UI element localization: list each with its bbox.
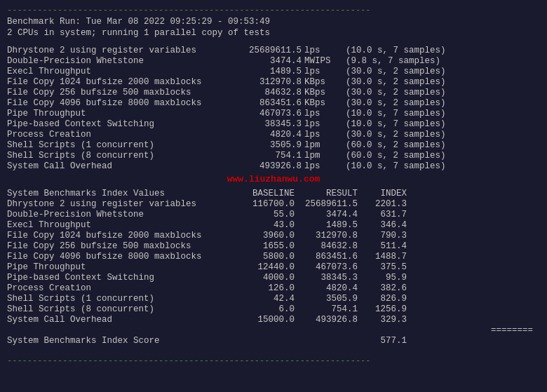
bench-row: File Copy 256 bufsize 500 maxblocks84632… [7, 88, 540, 97]
bench-row-note: (60.0 s, 2 samples) [346, 151, 446, 161]
index-row-index: 1488.7 [358, 252, 407, 262]
bench-row-value: 493926.8 [231, 161, 302, 171]
index-row-baseline: 3960.0 [231, 231, 295, 241]
index-row-baseline: 4000.0 [231, 273, 295, 283]
bench-row-value: 84632.8 [231, 88, 302, 97]
bench-row-note: (9.8 s, 7 samples) [346, 56, 440, 66]
index-data-row: System Call Overhead15000.0493926.8329.3 [7, 315, 540, 325]
index-row-result: 84632.8 [295, 241, 358, 251]
bench-row-note: (10.0 s, 7 samples) [346, 161, 446, 171]
index-row-baseline: 126.0 [231, 283, 295, 293]
bench-row: Shell Scripts (8 concurrent)754.1lpm (60… [7, 151, 540, 161]
index-data-row: Shell Scripts (1 concurrent)42.43505.982… [7, 294, 540, 304]
bench-row-label: Process Creation [7, 130, 231, 140]
benchmark-rows: Dhrystone 2 using register variables2568… [7, 46, 540, 171]
index-data-rows: Dhrystone 2 using register variables1167… [7, 199, 540, 325]
bench-row: Dhrystone 2 using register variables2568… [7, 46, 540, 55]
bench-row-unit: lpm [304, 151, 343, 161]
bench-row-label: Pipe-based Context Switching [7, 119, 231, 129]
bench-row-unit: KBps [304, 98, 343, 108]
index-row-index: 329.3 [358, 315, 407, 325]
index-row-result: 3505.9 [295, 294, 358, 304]
index-data-row: Execl Throughput43.01489.5346.4 [7, 220, 540, 230]
index-row-index: 511.4 [358, 241, 407, 251]
bench-row-value: 754.1 [231, 151, 302, 161]
bench-row-label: System Call Overhead [7, 161, 231, 171]
bench-row: Execl Throughput1489.5lps (30.0 s, 2 sam… [7, 67, 540, 76]
index-row-label: Execl Throughput [7, 220, 231, 230]
bench-row-unit: lps [304, 119, 343, 129]
bench-row-unit: lpm [304, 140, 343, 150]
index-row-baseline: 5800.0 [231, 252, 295, 262]
bench-row-value: 4820.4 [231, 130, 302, 140]
bench-row-unit: KBps [304, 88, 343, 97]
bench-row: Pipe Throughput467073.6lps (10.0 s, 7 sa… [7, 109, 540, 119]
bench-row-unit: KBps [304, 77, 343, 87]
score-label: System Benchmarks Index Score [7, 336, 231, 346]
bench-row-note: (60.0 s, 2 samples) [346, 140, 446, 150]
index-data-row: File Copy 1024 bufsize 2000 maxblocks396… [7, 231, 540, 241]
index-row-index: 826.9 [358, 294, 407, 304]
index-data-row: File Copy 256 bufsize 500 maxblocks1655.… [7, 241, 540, 251]
bench-row-value: 3505.9 [231, 140, 302, 150]
bench-row-value: 467073.6 [231, 109, 302, 119]
bench-row: Pipe-based Context Switching38345.3lps (… [7, 119, 540, 129]
index-row-baseline: 12440.0 [231, 262, 295, 272]
bench-row-note: (30.0 s, 2 samples) [346, 77, 446, 87]
bench-row-note: (10.0 s, 7 samples) [346, 119, 446, 129]
index-data-row: Pipe Throughput12440.0467073.6375.5 [7, 262, 540, 272]
bench-row: Process Creation4820.4lps (30.0 s, 2 sam… [7, 130, 540, 140]
header-line-1: Benchmark Run: Tue Mar 08 2022 09:25:29 … [7, 17, 540, 27]
index-row-label: Process Creation [7, 283, 231, 293]
index-data-row: Pipe-based Context Switching4000.038345.… [7, 273, 540, 283]
index-row-label: File Copy 256 bufsize 500 maxblocks [7, 241, 231, 251]
divider-bottom: ----------------------------------------… [7, 356, 540, 366]
bench-row: System Call Overhead493926.8lps (10.0 s,… [7, 161, 540, 171]
bench-row-label: File Copy 256 bufsize 500 maxblocks [7, 88, 231, 97]
index-row-result: 1489.5 [295, 220, 358, 230]
index-row-result: 863451.6 [295, 252, 358, 262]
index-row-result: 754.1 [295, 304, 358, 314]
index-row-result: 38345.3 [295, 273, 358, 283]
bench-row-note: (10.0 s, 7 samples) [346, 109, 446, 119]
index-row-result: 312970.8 [295, 231, 358, 241]
bench-row-note: (10.0 s, 7 samples) [346, 46, 446, 55]
index-row-label: Shell Scripts (1 concurrent) [7, 294, 231, 304]
bench-row-value: 312970.8 [231, 77, 302, 87]
bench-row-value: 38345.3 [231, 119, 302, 129]
score-blank2 [295, 336, 358, 346]
index-row-index: 95.9 [358, 273, 407, 283]
index-data-row: Shell Scripts (8 concurrent)6.0754.11256… [7, 304, 540, 314]
bench-row-unit: lps [304, 161, 343, 171]
index-table-header: System Benchmarks Index Values BASELINE … [7, 189, 540, 198]
index-row-result: 493926.8 [295, 315, 358, 325]
index-data-row: Double-Precision Whetstone55.03474.4631.… [7, 210, 540, 219]
index-col-index: INDEX [358, 189, 407, 198]
bench-row: File Copy 4096 bufsize 8000 maxblocks863… [7, 98, 540, 108]
bench-row-label: Execl Throughput [7, 67, 231, 76]
index-row-baseline: 6.0 [231, 304, 295, 314]
bench-row-note: (30.0 s, 2 samples) [346, 67, 446, 76]
bench-row-label: Shell Scripts (1 concurrent) [7, 140, 231, 150]
bench-row-note: (30.0 s, 2 samples) [346, 98, 446, 108]
bench-row-unit: lps [304, 46, 343, 55]
bench-row-label: Dhrystone 2 using register variables [7, 46, 231, 55]
index-row-label: Shell Scripts (8 concurrent) [7, 304, 231, 314]
bench-row-label: Double-Precision Whetstone [7, 56, 231, 66]
index-row-label: Double-Precision Whetstone [7, 210, 231, 219]
index-data-row: File Copy 4096 bufsize 8000 maxblocks580… [7, 252, 540, 262]
index-row-result: 25689611.5 [295, 199, 358, 209]
index-row-result: 4820.4 [295, 283, 358, 293]
index-row-baseline: 42.4 [231, 294, 295, 304]
bench-row-note: (30.0 s, 2 samples) [346, 88, 446, 97]
header-line-2: 2 CPUs in system; running 1 parallel cop… [7, 28, 540, 38]
divider-top: ----------------------------------------… [7, 6, 540, 15]
index-row-index: 382.6 [358, 283, 407, 293]
index-col-label: System Benchmarks Index Values [7, 189, 231, 198]
index-row-index: 790.3 [358, 231, 407, 241]
index-row-label: Pipe-based Context Switching [7, 273, 231, 283]
bench-row-label: Pipe Throughput [7, 109, 231, 119]
index-row-label: File Copy 1024 bufsize 2000 maxblocks [7, 231, 231, 241]
score-row: System Benchmarks Index Score 577.1 [7, 336, 540, 346]
index-col-result: RESULT [295, 189, 358, 198]
